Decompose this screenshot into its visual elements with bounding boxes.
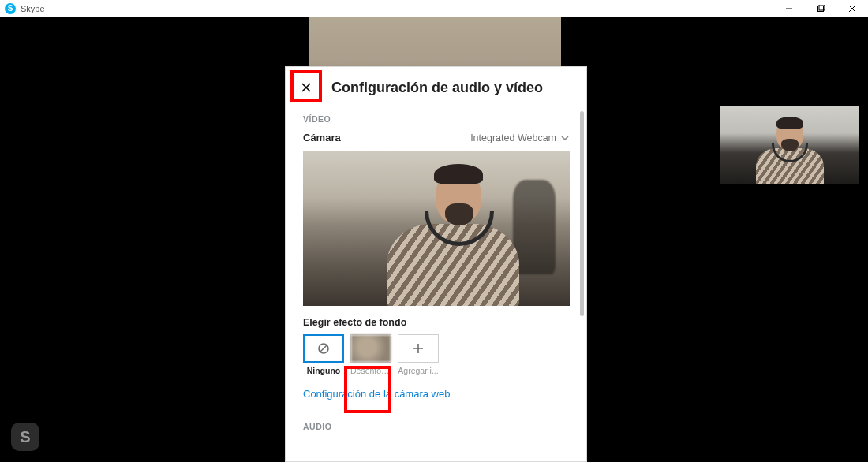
window-titlebar: S Skype <box>0 0 868 17</box>
skype-dock-glyph: S <box>20 428 30 446</box>
skype-logo-icon: S <box>5 3 16 14</box>
background-effects-row: Ninguno Desenfoq... Agregar i... <box>303 334 569 375</box>
minimize-button[interactable] <box>773 0 805 17</box>
pip-person <box>748 115 827 184</box>
video-section-label: VÍDEO <box>303 114 569 124</box>
chevron-down-icon <box>561 134 569 142</box>
close-window-button[interactable] <box>836 0 868 17</box>
close-icon <box>301 82 312 93</box>
effect-add-tile[interactable] <box>398 334 439 363</box>
window-title: Skype <box>21 4 45 13</box>
camera-device-dropdown[interactable]: Integrated Webcam <box>470 132 569 143</box>
skype-dock-icon[interactable]: S <box>11 423 39 451</box>
effect-add-caption: Agregar i... <box>398 366 439 375</box>
camera-row: Cámara Integrated Webcam <box>303 132 569 143</box>
effect-none-tile[interactable] <box>303 334 344 363</box>
webcam-settings-link[interactable]: Configuración de la cámara web <box>303 388 450 400</box>
section-separator <box>303 415 569 415</box>
dialog-body: VÍDEO Cámara Integrated Webcam Elegir ef… <box>286 108 586 461</box>
window-controls <box>773 0 868 17</box>
background-effect-heading: Elegir efecto de fondo <box>303 317 569 328</box>
av-settings-dialog: Configuración de audio y vídeo VÍDEO Cám… <box>285 66 587 462</box>
self-view-pip[interactable] <box>720 106 859 184</box>
plus-icon <box>412 342 425 355</box>
close-dialog-button[interactable] <box>295 76 317 99</box>
effect-none-caption: Ninguno <box>303 366 344 375</box>
call-stage: S Configuración de audio y vídeo VÍDEO C… <box>0 17 868 462</box>
dialog-scrollbar-thumb[interactable] <box>580 111 584 316</box>
dialog-title: Configuración de audio y vídeo <box>331 80 543 96</box>
camera-label: Cámara <box>303 132 341 143</box>
none-icon <box>317 342 330 355</box>
camera-device-value: Integrated Webcam <box>470 132 556 143</box>
maximize-button[interactable] <box>805 0 836 17</box>
effect-blur-caption: Desenfoq... <box>350 366 391 375</box>
blur-thumb-icon <box>351 335 391 362</box>
dialog-header: Configuración de audio y vídeo <box>286 67 586 108</box>
effect-blur-tile[interactable] <box>350 334 391 363</box>
camera-preview <box>303 151 570 306</box>
audio-section-label: AUDIO <box>303 422 569 431</box>
